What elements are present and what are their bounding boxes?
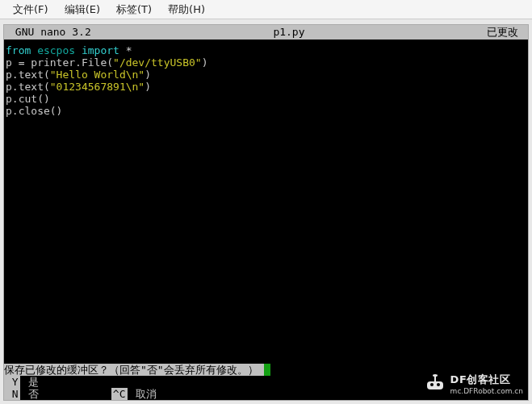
code-line: p.cut() (6, 93, 50, 105)
code-line: p.close() (6, 105, 62, 117)
nano-filename: p1.py (91, 25, 487, 40)
menu-tabs[interactable]: 标签(T) (108, 0, 160, 19)
editor-area[interactable]: from escpos import * p = printer.File("/… (4, 40, 528, 119)
menu-help[interactable]: 帮助(H) (160, 0, 213, 19)
key-label: 否 (20, 388, 39, 400)
key-hint: N (4, 388, 20, 400)
key-label: 是 (20, 376, 39, 388)
menu-bar: 文件(F) 编辑(E) 标签(T) 帮助(H) (0, 0, 532, 19)
code-line: p.text("01234567891\n") (6, 81, 151, 93)
code-line: from escpos import * (6, 44, 132, 56)
key-hint: Y (4, 376, 20, 388)
nano-version: GNU nano 3.2 (4, 25, 91, 40)
key-label: 取消 (128, 388, 157, 400)
nano-prompt: 保存已修改的缓冲区？（回答"否"会丢弃所有修改。） Y 是 N 否 ^C 取消 (4, 364, 528, 400)
cursor-icon (264, 364, 270, 376)
nano-title-bar: GNU nano 3.2 p1.py 已更改 (4, 25, 528, 40)
code-line: p = printer.File("/dev/ttyUSB0") (6, 56, 207, 69)
menu-file[interactable]: 文件(F) (5, 0, 57, 19)
code-line: p.text("Hello World\n") (6, 69, 151, 81)
key-hint: ^C (111, 388, 128, 400)
nano-modified-flag: 已更改 (487, 25, 528, 40)
menu-edit[interactable]: 编辑(E) (57, 0, 108, 19)
prompt-option-yes[interactable]: Y 是 (4, 376, 528, 388)
terminal: GNU nano 3.2 p1.py 已更改 from escpos impor… (3, 24, 529, 401)
prompt-question: 保存已修改的缓冲区？（回答"否"会丢弃所有修改。） (4, 364, 264, 376)
